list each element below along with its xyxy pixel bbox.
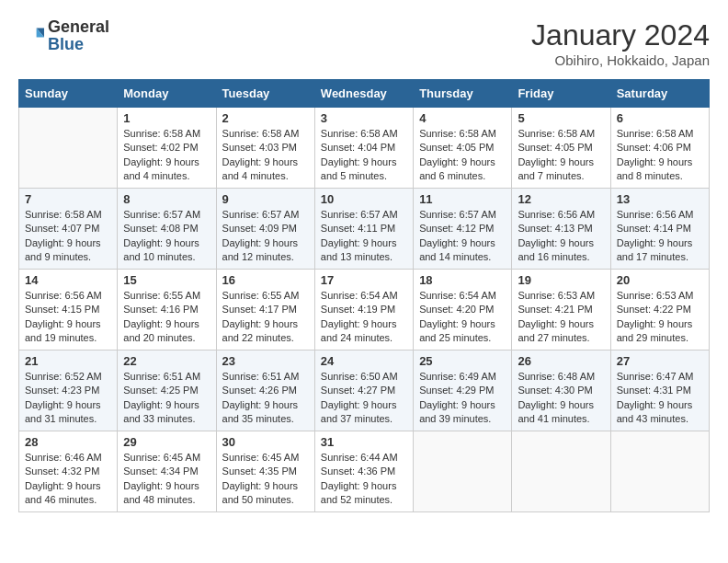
page-header: General Blue January 2024 Obihiro, Hokka… (18, 18, 710, 68)
day-number: 30 (222, 435, 309, 449)
cell-info: Sunrise: 6:53 AM Sunset: 4:22 PM Dayligh… (617, 289, 703, 346)
weekday-header-saturday: Saturday (610, 80, 709, 108)
day-number: 19 (518, 273, 604, 287)
cell-info: Sunrise: 6:56 AM Sunset: 4:15 PM Dayligh… (25, 289, 111, 346)
title-section: January 2024 Obihiro, Hokkaido, Japan (531, 18, 710, 68)
calendar-table: SundayMondayTuesdayWednesdayThursdayFrid… (18, 79, 710, 512)
cell-info: Sunrise: 6:57 AM Sunset: 4:12 PM Dayligh… (419, 208, 506, 265)
cal-cell: 28Sunrise: 6:46 AM Sunset: 4:32 PM Dayli… (19, 431, 118, 512)
cell-info: Sunrise: 6:54 AM Sunset: 4:20 PM Dayligh… (419, 289, 506, 346)
day-number: 25 (419, 354, 506, 368)
day-number: 4 (419, 111, 506, 125)
cal-cell: 17Sunrise: 6:54 AM Sunset: 4:19 PM Dayli… (314, 270, 413, 350)
cell-info: Sunrise: 6:45 AM Sunset: 4:35 PM Dayligh… (222, 451, 309, 508)
cell-info: Sunrise: 6:58 AM Sunset: 4:05 PM Dayligh… (419, 127, 506, 184)
cal-cell: 11Sunrise: 6:57 AM Sunset: 4:12 PM Dayli… (414, 189, 512, 270)
cell-info: Sunrise: 6:58 AM Sunset: 4:03 PM Dayligh… (222, 127, 309, 184)
cal-cell: 27Sunrise: 6:47 AM Sunset: 4:31 PM Dayli… (610, 350, 709, 431)
weekday-header-monday: Monday (118, 80, 216, 108)
cal-cell: 20Sunrise: 6:53 AM Sunset: 4:22 PM Dayli… (610, 270, 709, 350)
day-number: 14 (25, 273, 111, 287)
cell-info: Sunrise: 6:44 AM Sunset: 4:36 PM Dayligh… (321, 451, 407, 508)
cell-info: Sunrise: 6:58 AM Sunset: 4:02 PM Dayligh… (123, 127, 210, 184)
cell-info: Sunrise: 6:58 AM Sunset: 4:04 PM Dayligh… (321, 127, 407, 184)
cal-cell: 15Sunrise: 6:55 AM Sunset: 4:16 PM Dayli… (118, 270, 216, 350)
weekday-header-sunday: Sunday (19, 80, 118, 108)
cal-cell: 4Sunrise: 6:58 AM Sunset: 4:05 PM Daylig… (414, 108, 512, 189)
day-number: 27 (617, 354, 703, 368)
day-number: 23 (222, 354, 309, 368)
cell-info: Sunrise: 6:53 AM Sunset: 4:21 PM Dayligh… (518, 289, 604, 346)
cal-cell: 5Sunrise: 6:58 AM Sunset: 4:05 PM Daylig… (512, 108, 610, 189)
cal-cell: 26Sunrise: 6:48 AM Sunset: 4:30 PM Dayli… (512, 350, 610, 431)
cal-cell: 2Sunrise: 6:58 AM Sunset: 4:03 PM Daylig… (216, 108, 314, 189)
cal-cell: 9Sunrise: 6:57 AM Sunset: 4:09 PM Daylig… (216, 189, 314, 270)
logo-text-general: General (48, 17, 109, 36)
cell-info: Sunrise: 6:46 AM Sunset: 4:32 PM Dayligh… (25, 451, 111, 508)
cell-info: Sunrise: 6:54 AM Sunset: 4:19 PM Dayligh… (321, 289, 407, 346)
cell-info: Sunrise: 6:55 AM Sunset: 4:16 PM Dayligh… (123, 289, 210, 346)
day-number: 28 (25, 435, 111, 449)
cell-info: Sunrise: 6:58 AM Sunset: 4:06 PM Dayligh… (617, 127, 703, 184)
day-number: 31 (321, 435, 407, 449)
cell-info: Sunrise: 6:56 AM Sunset: 4:14 PM Dayligh… (617, 208, 703, 265)
cell-info: Sunrise: 6:48 AM Sunset: 4:30 PM Dayligh… (518, 370, 604, 427)
cell-info: Sunrise: 6:47 AM Sunset: 4:31 PM Dayligh… (617, 370, 703, 427)
logo-icon (18, 23, 44, 49)
cal-cell (19, 108, 118, 189)
cell-info: Sunrise: 6:45 AM Sunset: 4:34 PM Dayligh… (123, 451, 210, 508)
day-number: 21 (25, 354, 111, 368)
cal-cell (512, 431, 610, 512)
weekday-header-tuesday: Tuesday (216, 80, 314, 108)
cell-info: Sunrise: 6:52 AM Sunset: 4:23 PM Dayligh… (25, 370, 111, 427)
day-number: 20 (617, 273, 703, 287)
logo-text-blue: Blue (48, 35, 84, 53)
day-number: 15 (123, 273, 210, 287)
cell-info: Sunrise: 6:49 AM Sunset: 4:29 PM Dayligh… (419, 370, 506, 427)
cell-info: Sunrise: 6:57 AM Sunset: 4:08 PM Dayligh… (123, 208, 210, 265)
day-number: 17 (321, 273, 407, 287)
day-number: 13 (617, 192, 703, 206)
cell-info: Sunrise: 6:58 AM Sunset: 4:05 PM Dayligh… (518, 127, 604, 184)
day-number: 22 (123, 354, 210, 368)
cal-cell: 6Sunrise: 6:58 AM Sunset: 4:06 PM Daylig… (610, 108, 709, 189)
cal-cell: 22Sunrise: 6:51 AM Sunset: 4:25 PM Dayli… (118, 350, 216, 431)
day-number: 10 (321, 192, 407, 206)
cal-cell: 13Sunrise: 6:56 AM Sunset: 4:14 PM Dayli… (610, 189, 709, 270)
day-number: 16 (222, 273, 309, 287)
logo: General Blue (18, 18, 109, 53)
cal-cell: 29Sunrise: 6:45 AM Sunset: 4:34 PM Dayli… (118, 431, 216, 512)
cal-cell (414, 431, 512, 512)
cal-cell: 19Sunrise: 6:53 AM Sunset: 4:21 PM Dayli… (512, 270, 610, 350)
cell-info: Sunrise: 6:51 AM Sunset: 4:25 PM Dayligh… (123, 370, 210, 427)
cal-cell: 8Sunrise: 6:57 AM Sunset: 4:08 PM Daylig… (118, 189, 216, 270)
cal-cell: 14Sunrise: 6:56 AM Sunset: 4:15 PM Dayli… (19, 270, 118, 350)
cal-cell: 10Sunrise: 6:57 AM Sunset: 4:11 PM Dayli… (314, 189, 413, 270)
weekday-header-wednesday: Wednesday (314, 80, 413, 108)
day-number: 12 (518, 192, 604, 206)
day-number: 18 (419, 273, 506, 287)
day-number: 24 (321, 354, 407, 368)
cal-cell: 31Sunrise: 6:44 AM Sunset: 4:36 PM Dayli… (314, 431, 413, 512)
cell-info: Sunrise: 6:57 AM Sunset: 4:09 PM Dayligh… (222, 208, 309, 265)
cal-cell: 21Sunrise: 6:52 AM Sunset: 4:23 PM Dayli… (19, 350, 118, 431)
day-number: 8 (123, 192, 210, 206)
day-number: 7 (25, 192, 111, 206)
cal-cell: 25Sunrise: 6:49 AM Sunset: 4:29 PM Dayli… (414, 350, 512, 431)
cal-cell: 1Sunrise: 6:58 AM Sunset: 4:02 PM Daylig… (118, 108, 216, 189)
cell-info: Sunrise: 6:51 AM Sunset: 4:26 PM Dayligh… (222, 370, 309, 427)
cal-cell: 16Sunrise: 6:55 AM Sunset: 4:17 PM Dayli… (216, 270, 314, 350)
calendar-subtitle: Obihiro, Hokkaido, Japan (531, 52, 710, 68)
cal-cell: 24Sunrise: 6:50 AM Sunset: 4:27 PM Dayli… (314, 350, 413, 431)
weekday-header-friday: Friday (512, 80, 610, 108)
cell-info: Sunrise: 6:56 AM Sunset: 4:13 PM Dayligh… (518, 208, 604, 265)
day-number: 11 (419, 192, 506, 206)
day-number: 9 (222, 192, 309, 206)
calendar-header: SundayMondayTuesdayWednesdayThursdayFrid… (19, 80, 710, 108)
cal-cell: 12Sunrise: 6:56 AM Sunset: 4:13 PM Dayli… (512, 189, 610, 270)
cell-info: Sunrise: 6:58 AM Sunset: 4:07 PM Dayligh… (25, 208, 111, 265)
cal-cell: 18Sunrise: 6:54 AM Sunset: 4:20 PM Dayli… (414, 270, 512, 350)
cell-info: Sunrise: 6:57 AM Sunset: 4:11 PM Dayligh… (321, 208, 407, 265)
calendar-title: January 2024 (531, 18, 710, 52)
cell-info: Sunrise: 6:50 AM Sunset: 4:27 PM Dayligh… (321, 370, 407, 427)
